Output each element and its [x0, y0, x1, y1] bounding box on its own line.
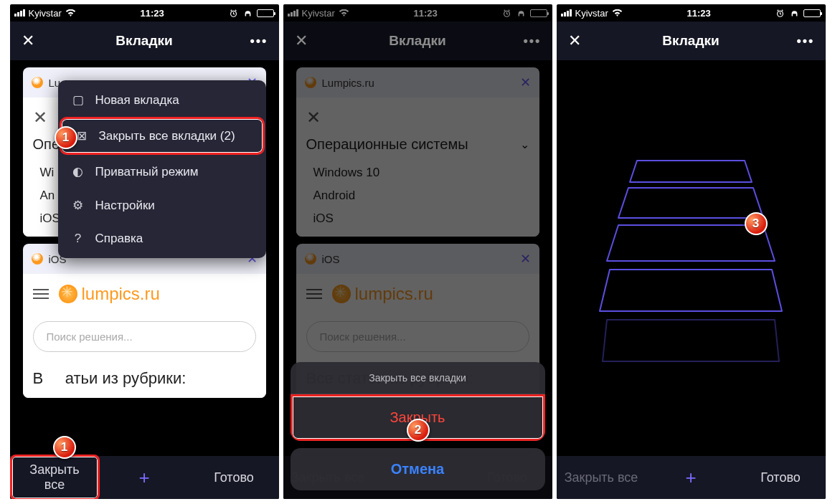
- rubric-heading: В атьи из рубрики:: [23, 365, 266, 398]
- headphones-icon: [242, 9, 253, 17]
- menu-label: Настройки: [95, 199, 155, 213]
- status-bar: Kyivstar 11:23: [557, 4, 826, 22]
- nav-close-button[interactable]: ✕: [568, 32, 585, 50]
- wifi-icon: [65, 9, 76, 17]
- panel-2: Kyivstar 11:23 ✕ Вкладки ••• Lumpics.ru …: [283, 4, 552, 499]
- step-badge-2: 2: [407, 419, 430, 442]
- menu-new-tab[interactable]: ▢ Новая вкладка: [58, 83, 266, 117]
- signal-icon: [561, 9, 572, 16]
- hamburger-icon[interactable]: [33, 289, 49, 299]
- wifi-icon: [612, 9, 623, 17]
- question-icon: ?: [71, 232, 85, 246]
- signal-icon: [14, 9, 25, 16]
- step-badge-3: 3: [745, 212, 768, 235]
- battery-icon: [803, 9, 821, 17]
- new-tab-button[interactable]: +: [100, 467, 189, 489]
- panel-1: Kyivstar 11:23 ✕ Вкладки ••• Lu ✕: [10, 4, 279, 499]
- carrier-label: Kyivstar: [29, 8, 62, 19]
- bottom-bar: Закрыть все + Готово: [10, 456, 279, 499]
- menu-label: Новая вкладка: [95, 93, 179, 108]
- status-time: 11:23: [140, 8, 164, 19]
- status-time: 11:23: [687, 8, 710, 19]
- menu-help[interactable]: ? Справка: [58, 222, 266, 255]
- nav-bar: ✕ Вкладки •••: [10, 22, 279, 60]
- context-menu: ▢ Новая вкладка ⊠ Закрыть все вкладки (2…: [58, 80, 266, 258]
- empty-tabs-graphic: [594, 153, 788, 383]
- alarm-icon: [228, 9, 239, 17]
- done-button[interactable]: Готово: [736, 470, 826, 485]
- panel-3: Kyivstar 11:23 ✕ Вкладки •••: [557, 4, 826, 499]
- nav-title: Вкладки: [585, 33, 797, 49]
- logo-text: lumpics.ru: [82, 284, 160, 304]
- nav-title: Вкладки: [39, 33, 250, 49]
- done-button[interactable]: Готово: [189, 470, 279, 485]
- search-input[interactable]: Поиск решения...: [33, 321, 256, 352]
- sheet-title: Закрыть все вкладки: [291, 362, 545, 394]
- plus-square-icon: ▢: [71, 92, 85, 108]
- headphones-icon: [789, 9, 800, 17]
- alarm-icon: [775, 9, 786, 17]
- menu-close-all-tabs[interactable]: ⊠ Закрыть все вкладки (2): [60, 117, 265, 155]
- menu-label: Справка: [95, 232, 143, 246]
- favicon-icon: [32, 253, 43, 265]
- tab-card-2[interactable]: iOS ✕ lumpics.ru Поиск решения... В атьи…: [23, 244, 266, 398]
- new-tab-button[interactable]: +: [646, 467, 736, 489]
- close-all-button[interactable]: Закрыть все: [10, 455, 100, 499]
- step-badge-1: 1: [55, 126, 77, 149]
- sheet-cancel-button[interactable]: Отмена: [291, 448, 545, 490]
- site-logo: lumpics.ru: [59, 284, 160, 304]
- battery-icon: [257, 9, 274, 17]
- status-bar: Kyivstar 11:23: [10, 4, 279, 22]
- three-panel-tutorial: Kyivstar 11:23 ✕ Вкладки ••• Lu ✕: [10, 4, 826, 499]
- nav-more-button[interactable]: •••: [250, 34, 268, 49]
- menu-label: Приватный режим: [95, 165, 199, 179]
- gear-icon: ⚙: [71, 198, 85, 213]
- mask-icon: ◐: [71, 164, 85, 179]
- menu-settings[interactable]: ⚙ Настройки: [58, 189, 266, 222]
- menu-private-mode[interactable]: ◐ Приватный режим: [58, 155, 266, 189]
- step-badge-1b: 1: [53, 436, 76, 459]
- carrier-label: Kyivstar: [575, 8, 608, 19]
- nav-more-button[interactable]: •••: [797, 34, 814, 49]
- bottom-bar: Закрыть все + Готово: [557, 456, 826, 499]
- nav-bar: ✕ Вкладки •••: [557, 22, 826, 60]
- favicon-icon: [32, 77, 43, 88]
- nav-close-button[interactable]: ✕: [22, 32, 39, 50]
- close-all-button: Закрыть все: [557, 470, 646, 485]
- menu-label: Закрыть все вкладки (2): [99, 129, 235, 143]
